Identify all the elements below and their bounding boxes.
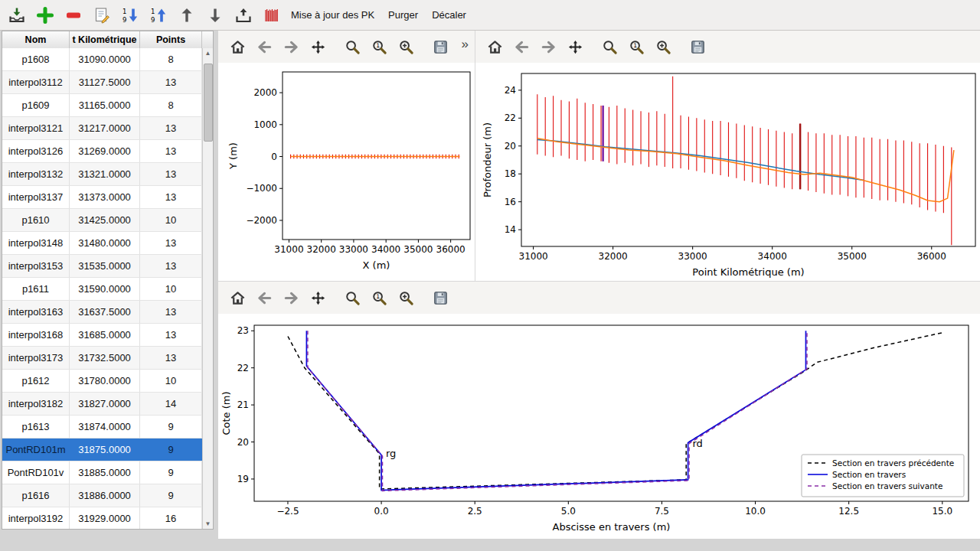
- section-name[interactable]: p1616: [2, 484, 70, 507]
- section-points[interactable]: 13: [140, 140, 202, 162]
- section-name[interactable]: interpol3112: [2, 71, 70, 93]
- forward-button[interactable]: [281, 288, 301, 308]
- zoom-plus-button[interactable]: [396, 288, 416, 308]
- pan-button[interactable]: [565, 37, 585, 57]
- table-row[interactable]: interpol313231321.000013: [2, 163, 202, 186]
- section-points[interactable]: 10: [140, 209, 202, 231]
- section-name[interactable]: interpol3168: [2, 324, 70, 346]
- section-points[interactable]: 10: [140, 278, 202, 300]
- section-pk[interactable]: 31637.5000: [70, 301, 140, 323]
- section-points[interactable]: 13: [140, 117, 202, 139]
- update-pk-button[interactable]: Mise à jour des PK: [284, 6, 381, 24]
- scrollbar-thumb[interactable]: [204, 64, 213, 142]
- forward-button[interactable]: [281, 37, 301, 57]
- scrollbar-up-arrow[interactable]: ▲: [203, 48, 213, 58]
- section-points[interactable]: 9: [140, 484, 202, 507]
- zoom-button[interactable]: [599, 37, 619, 57]
- zoom-1-button[interactable]: 1: [369, 37, 389, 57]
- plan-view-canvas[interactable]: 310003200033000340003500036000−2000−1000…: [218, 63, 475, 281]
- forward-button[interactable]: [538, 37, 558, 57]
- section-points[interactable]: 13: [140, 232, 202, 254]
- save-button[interactable]: [430, 288, 450, 308]
- section-name[interactable]: p1609: [2, 94, 70, 116]
- section-name[interactable]: interpol3192: [2, 507, 70, 529]
- section-pk[interactable]: 31590.0000: [70, 278, 140, 300]
- section-points[interactable]: 13: [140, 163, 202, 185]
- toolbar-overflow-chevron[interactable]: »: [462, 37, 469, 52]
- table-row[interactable]: interpol318231827.000014: [2, 393, 202, 416]
- table-scrollbar[interactable]: ▲ ▼: [202, 48, 213, 529]
- shift-button[interactable]: Décaler: [425, 6, 473, 24]
- move-up-button[interactable]: [175, 3, 199, 28]
- save-button[interactable]: [688, 37, 707, 57]
- table-row[interactable]: p160831090.00008: [2, 48, 202, 71]
- export-button[interactable]: [231, 3, 256, 28]
- section-pk[interactable]: 31885.0000: [70, 461, 140, 484]
- profile-view-canvas[interactable]: 3100032000330003400035000360001416182022…: [475, 63, 980, 281]
- zoom-plus-button[interactable]: [396, 37, 416, 57]
- table-row[interactable]: interpol314831480.000013: [2, 232, 202, 255]
- add-button[interactable]: [33, 3, 57, 28]
- table-row[interactable]: p161231780.000010: [2, 370, 202, 393]
- section-points[interactable]: 13: [140, 255, 202, 277]
- column-header-points[interactable]: Points: [140, 31, 202, 48]
- purge-button[interactable]: Purger: [381, 6, 425, 24]
- zoom-1-button[interactable]: 1: [369, 288, 389, 308]
- edit-button[interactable]: [90, 3, 114, 28]
- section-points[interactable]: 9: [140, 416, 202, 438]
- zoom-button[interactable]: [342, 288, 362, 308]
- table-row[interactable]: p161331874.00009: [2, 416, 202, 439]
- home-button[interactable]: [227, 37, 247, 57]
- section-pk[interactable]: 31090.0000: [70, 48, 140, 70]
- section-pk[interactable]: 31732.5000: [70, 347, 140, 369]
- table-row[interactable]: interpol312631269.000013: [2, 140, 202, 163]
- section-name[interactable]: interpol3148: [2, 232, 70, 254]
- section-pk[interactable]: 31269.0000: [70, 140, 140, 162]
- table-row[interactable]: p161131590.000010: [2, 278, 202, 301]
- section-points[interactable]: 13: [140, 347, 202, 369]
- sections-button[interactable]: [260, 3, 284, 28]
- table-row[interactable]: p161631886.00009: [2, 484, 202, 507]
- section-pk[interactable]: 31929.0000: [70, 507, 140, 529]
- table-row[interactable]: p161031425.000010: [2, 209, 202, 232]
- section-pk[interactable]: 31535.0000: [70, 255, 140, 277]
- back-button[interactable]: [254, 288, 274, 308]
- home-button[interactable]: [485, 37, 505, 57]
- table-row[interactable]: interpol312131217.000013: [2, 117, 202, 140]
- section-points[interactable]: 13: [140, 71, 202, 93]
- scrollbar-down-arrow[interactable]: ▼: [203, 519, 213, 529]
- table-row[interactable]: interpol311231127.500013: [2, 71, 202, 94]
- section-name[interactable]: interpol3153: [2, 255, 70, 277]
- section-name[interactable]: interpol3121: [2, 117, 70, 139]
- column-header-nom[interactable]: Nom: [2, 31, 70, 48]
- section-pk[interactable]: 31685.0000: [70, 324, 140, 346]
- pan-button[interactable]: [308, 37, 328, 57]
- section-name[interactable]: p1613: [2, 416, 70, 438]
- section-pk[interactable]: 31480.0000: [70, 232, 140, 254]
- table-row[interactable]: interpol316831685.000013: [2, 324, 202, 347]
- section-name[interactable]: interpol3137: [2, 186, 70, 208]
- pan-button[interactable]: [308, 288, 328, 308]
- section-name[interactable]: p1611: [2, 278, 70, 300]
- section-name[interactable]: PontRD101v: [2, 461, 70, 484]
- back-button[interactable]: [511, 37, 531, 57]
- section-pk[interactable]: 31886.0000: [70, 484, 140, 507]
- section-pk[interactable]: 31875.0000: [70, 439, 140, 461]
- table-row[interactable]: p160931165.00008: [2, 94, 202, 117]
- cross-section-canvas[interactable]: −2.50.02.55.07.510.012.515.01920212223Ab…: [218, 314, 980, 539]
- table-row[interactable]: interpol313731373.000013: [2, 186, 202, 209]
- section-points[interactable]: 8: [140, 48, 202, 70]
- sort-desc-button[interactable]: 19: [118, 3, 142, 28]
- section-points[interactable]: 13: [140, 324, 202, 346]
- table-row[interactable]: interpol316331637.500013: [2, 301, 202, 324]
- import-button[interactable]: [5, 3, 29, 28]
- table-row[interactable]: PontRD101m31875.00009: [2, 439, 202, 461]
- remove-button[interactable]: [61, 3, 86, 28]
- section-pk[interactable]: 31425.0000: [70, 209, 140, 231]
- section-name[interactable]: p1612: [2, 370, 70, 392]
- section-name[interactable]: p1608: [2, 48, 70, 70]
- table-row[interactable]: interpol315331535.000013: [2, 255, 202, 278]
- section-points[interactable]: 9: [140, 439, 202, 461]
- section-name[interactable]: interpol3163: [2, 301, 70, 323]
- section-name[interactable]: p1610: [2, 209, 70, 231]
